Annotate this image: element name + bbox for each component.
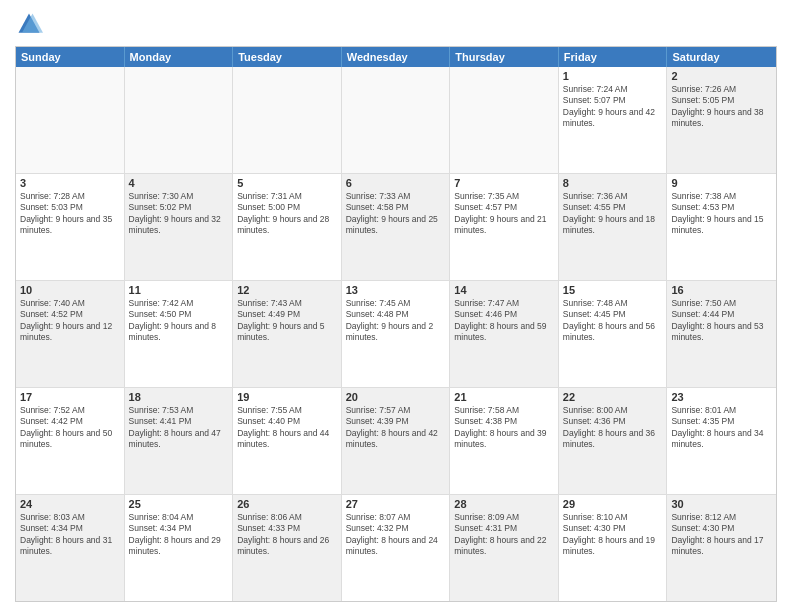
day-cell-28: 28Sunrise: 8:09 AM Sunset: 4:31 PM Dayli… xyxy=(450,495,559,601)
day-details: Sunrise: 8:09 AM Sunset: 4:31 PM Dayligh… xyxy=(454,512,554,558)
day-number: 20 xyxy=(346,391,446,403)
day-number: 19 xyxy=(237,391,337,403)
day-number: 30 xyxy=(671,498,772,510)
day-cell-17: 17Sunrise: 7:52 AM Sunset: 4:42 PM Dayli… xyxy=(16,388,125,494)
header-cell-wednesday: Wednesday xyxy=(342,47,451,67)
day-number: 5 xyxy=(237,177,337,189)
day-number: 3 xyxy=(20,177,120,189)
day-cell-22: 22Sunrise: 8:00 AM Sunset: 4:36 PM Dayli… xyxy=(559,388,668,494)
header-cell-thursday: Thursday xyxy=(450,47,559,67)
day-details: Sunrise: 7:28 AM Sunset: 5:03 PM Dayligh… xyxy=(20,191,120,237)
day-cell-19: 19Sunrise: 7:55 AM Sunset: 4:40 PM Dayli… xyxy=(233,388,342,494)
day-cell-18: 18Sunrise: 7:53 AM Sunset: 4:41 PM Dayli… xyxy=(125,388,234,494)
day-details: Sunrise: 8:12 AM Sunset: 4:30 PM Dayligh… xyxy=(671,512,772,558)
day-number: 14 xyxy=(454,284,554,296)
day-details: Sunrise: 7:58 AM Sunset: 4:38 PM Dayligh… xyxy=(454,405,554,451)
day-cell-23: 23Sunrise: 8:01 AM Sunset: 4:35 PM Dayli… xyxy=(667,388,776,494)
empty-cell xyxy=(125,67,234,173)
day-number: 7 xyxy=(454,177,554,189)
day-details: Sunrise: 7:42 AM Sunset: 4:50 PM Dayligh… xyxy=(129,298,229,344)
day-cell-5: 5Sunrise: 7:31 AM Sunset: 5:00 PM Daylig… xyxy=(233,174,342,280)
day-cell-6: 6Sunrise: 7:33 AM Sunset: 4:58 PM Daylig… xyxy=(342,174,451,280)
day-details: Sunrise: 7:53 AM Sunset: 4:41 PM Dayligh… xyxy=(129,405,229,451)
day-details: Sunrise: 7:57 AM Sunset: 4:39 PM Dayligh… xyxy=(346,405,446,451)
day-details: Sunrise: 7:24 AM Sunset: 5:07 PM Dayligh… xyxy=(563,84,663,130)
empty-cell xyxy=(233,67,342,173)
day-cell-25: 25Sunrise: 8:04 AM Sunset: 4:34 PM Dayli… xyxy=(125,495,234,601)
day-number: 6 xyxy=(346,177,446,189)
day-number: 16 xyxy=(671,284,772,296)
day-cell-8: 8Sunrise: 7:36 AM Sunset: 4:55 PM Daylig… xyxy=(559,174,668,280)
day-details: Sunrise: 8:07 AM Sunset: 4:32 PM Dayligh… xyxy=(346,512,446,558)
day-details: Sunrise: 7:48 AM Sunset: 4:45 PM Dayligh… xyxy=(563,298,663,344)
day-details: Sunrise: 7:50 AM Sunset: 4:44 PM Dayligh… xyxy=(671,298,772,344)
header-cell-monday: Monday xyxy=(125,47,234,67)
day-number: 22 xyxy=(563,391,663,403)
day-details: Sunrise: 7:40 AM Sunset: 4:52 PM Dayligh… xyxy=(20,298,120,344)
header-cell-friday: Friday xyxy=(559,47,668,67)
calendar-row-1: 3Sunrise: 7:28 AM Sunset: 5:03 PM Daylig… xyxy=(16,174,776,281)
calendar-body: 1Sunrise: 7:24 AM Sunset: 5:07 PM Daylig… xyxy=(16,67,776,601)
header xyxy=(15,10,777,38)
day-cell-12: 12Sunrise: 7:43 AM Sunset: 4:49 PM Dayli… xyxy=(233,281,342,387)
day-details: Sunrise: 7:47 AM Sunset: 4:46 PM Dayligh… xyxy=(454,298,554,344)
calendar-row-0: 1Sunrise: 7:24 AM Sunset: 5:07 PM Daylig… xyxy=(16,67,776,174)
day-cell-2: 2Sunrise: 7:26 AM Sunset: 5:05 PM Daylig… xyxy=(667,67,776,173)
day-number: 2 xyxy=(671,70,772,82)
day-details: Sunrise: 7:52 AM Sunset: 4:42 PM Dayligh… xyxy=(20,405,120,451)
day-cell-4: 4Sunrise: 7:30 AM Sunset: 5:02 PM Daylig… xyxy=(125,174,234,280)
header-cell-tuesday: Tuesday xyxy=(233,47,342,67)
day-cell-13: 13Sunrise: 7:45 AM Sunset: 4:48 PM Dayli… xyxy=(342,281,451,387)
day-details: Sunrise: 8:04 AM Sunset: 4:34 PM Dayligh… xyxy=(129,512,229,558)
day-number: 28 xyxy=(454,498,554,510)
day-details: Sunrise: 8:03 AM Sunset: 4:34 PM Dayligh… xyxy=(20,512,120,558)
day-number: 13 xyxy=(346,284,446,296)
day-number: 8 xyxy=(563,177,663,189)
day-number: 9 xyxy=(671,177,772,189)
day-cell-10: 10Sunrise: 7:40 AM Sunset: 4:52 PM Dayli… xyxy=(16,281,125,387)
day-number: 1 xyxy=(563,70,663,82)
day-details: Sunrise: 7:30 AM Sunset: 5:02 PM Dayligh… xyxy=(129,191,229,237)
day-number: 18 xyxy=(129,391,229,403)
day-cell-20: 20Sunrise: 7:57 AM Sunset: 4:39 PM Dayli… xyxy=(342,388,451,494)
day-number: 11 xyxy=(129,284,229,296)
calendar-row-3: 17Sunrise: 7:52 AM Sunset: 4:42 PM Dayli… xyxy=(16,388,776,495)
header-cell-saturday: Saturday xyxy=(667,47,776,67)
day-cell-21: 21Sunrise: 7:58 AM Sunset: 4:38 PM Dayli… xyxy=(450,388,559,494)
calendar-header: SundayMondayTuesdayWednesdayThursdayFrid… xyxy=(16,47,776,67)
day-number: 12 xyxy=(237,284,337,296)
day-details: Sunrise: 7:26 AM Sunset: 5:05 PM Dayligh… xyxy=(671,84,772,130)
day-cell-27: 27Sunrise: 8:07 AM Sunset: 4:32 PM Dayli… xyxy=(342,495,451,601)
day-cell-7: 7Sunrise: 7:35 AM Sunset: 4:57 PM Daylig… xyxy=(450,174,559,280)
day-cell-24: 24Sunrise: 8:03 AM Sunset: 4:34 PM Dayli… xyxy=(16,495,125,601)
day-number: 17 xyxy=(20,391,120,403)
day-number: 4 xyxy=(129,177,229,189)
day-number: 26 xyxy=(237,498,337,510)
day-details: Sunrise: 7:35 AM Sunset: 4:57 PM Dayligh… xyxy=(454,191,554,237)
empty-cell xyxy=(342,67,451,173)
day-number: 15 xyxy=(563,284,663,296)
day-details: Sunrise: 7:33 AM Sunset: 4:58 PM Dayligh… xyxy=(346,191,446,237)
day-number: 10 xyxy=(20,284,120,296)
day-details: Sunrise: 7:55 AM Sunset: 4:40 PM Dayligh… xyxy=(237,405,337,451)
day-cell-30: 30Sunrise: 8:12 AM Sunset: 4:30 PM Dayli… xyxy=(667,495,776,601)
day-number: 29 xyxy=(563,498,663,510)
calendar: SundayMondayTuesdayWednesdayThursdayFrid… xyxy=(15,46,777,602)
logo xyxy=(15,10,47,38)
day-details: Sunrise: 7:43 AM Sunset: 4:49 PM Dayligh… xyxy=(237,298,337,344)
day-details: Sunrise: 8:00 AM Sunset: 4:36 PM Dayligh… xyxy=(563,405,663,451)
day-details: Sunrise: 8:06 AM Sunset: 4:33 PM Dayligh… xyxy=(237,512,337,558)
day-details: Sunrise: 7:45 AM Sunset: 4:48 PM Dayligh… xyxy=(346,298,446,344)
day-cell-11: 11Sunrise: 7:42 AM Sunset: 4:50 PM Dayli… xyxy=(125,281,234,387)
day-cell-16: 16Sunrise: 7:50 AM Sunset: 4:44 PM Dayli… xyxy=(667,281,776,387)
page: SundayMondayTuesdayWednesdayThursdayFrid… xyxy=(0,0,792,612)
day-cell-3: 3Sunrise: 7:28 AM Sunset: 5:03 PM Daylig… xyxy=(16,174,125,280)
day-details: Sunrise: 8:01 AM Sunset: 4:35 PM Dayligh… xyxy=(671,405,772,451)
day-cell-1: 1Sunrise: 7:24 AM Sunset: 5:07 PM Daylig… xyxy=(559,67,668,173)
day-cell-29: 29Sunrise: 8:10 AM Sunset: 4:30 PM Dayli… xyxy=(559,495,668,601)
day-number: 25 xyxy=(129,498,229,510)
day-details: Sunrise: 7:38 AM Sunset: 4:53 PM Dayligh… xyxy=(671,191,772,237)
day-cell-15: 15Sunrise: 7:48 AM Sunset: 4:45 PM Dayli… xyxy=(559,281,668,387)
header-cell-sunday: Sunday xyxy=(16,47,125,67)
empty-cell xyxy=(450,67,559,173)
